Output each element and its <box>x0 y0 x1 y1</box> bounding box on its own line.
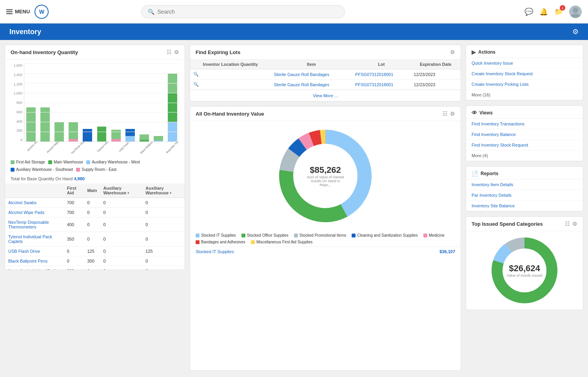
search-bar[interactable]: 🔍 <box>141 5 345 18</box>
view-more-button[interactable]: View More ... <box>190 90 461 101</box>
view-balance[interactable]: Find Inventory Balance <box>466 129 583 140</box>
chart-legend: First Aid Storage Main Warehouse Auxilia… <box>5 158 185 174</box>
chat-icon[interactable]: 💬 <box>524 7 533 16</box>
item-link[interactable]: Sterile Gauze Roll Bandages <box>271 69 352 80</box>
onhand-card-header: On-hand Inventory Quantity ☷ ⚙ <box>5 45 185 60</box>
donut-label: Sum of Value of Owned Goods On Hand in R… <box>306 175 345 187</box>
footer-amount: $36,107 <box>439 249 455 254</box>
top-spend-donut-area: $26,624 Value of Goods Issued <box>466 231 583 310</box>
action-more[interactable]: More (16) <box>466 90 583 100</box>
search-cell[interactable]: 🔍 <box>190 69 271 80</box>
inventory-table-wrapper: First Aid Main Auxiliary Warehouse • Aux… <box>5 183 185 270</box>
bell-icon[interactable]: 🔔 <box>539 7 548 16</box>
settings-icon2[interactable]: ⚙ <box>450 111 455 117</box>
reports-header: 📄 Reports <box>466 167 583 179</box>
main-content: On-hand Inventory Quantity ☷ ⚙ 1,6001,40… <box>0 40 588 375</box>
top-spend-donut-center: $26,624 Value of Goods Issued <box>507 263 542 277</box>
filter-icon3[interactable]: ☷ <box>565 221 570 227</box>
page-title: Inventory <box>9 28 41 36</box>
table-row: NexTemp Disposable Thermometers 400 0 0 … <box>5 218 185 232</box>
svg-point-1 <box>571 14 580 18</box>
onhand-card-actions[interactable]: ☷ ⚙ <box>167 49 179 55</box>
nav-icons: 💬 🔔 📁 1 <box>524 5 582 18</box>
top-spend-actions[interactable]: ☷ ⚙ <box>565 221 577 227</box>
top-spend-label: Value of Goods Issued <box>507 274 542 277</box>
col-first-aid: First Aid <box>64 183 84 198</box>
hamburger-icon <box>6 9 13 14</box>
bar-tylenol <box>67 63 80 141</box>
inbox-icon[interactable]: 📁 1 <box>554 7 563 16</box>
item-link[interactable]: Alcohol Wipe Pads <box>5 208 64 218</box>
col-main: Main <box>84 183 100 198</box>
expiring-table-row: 🔍 Sterile Gauze Roll Bandages PFSG073120… <box>190 69 461 80</box>
item-link[interactable]: Tylenol Individual Pack Caplets <box>5 232 64 246</box>
top-spend-title: Top Issued Spend Categories <box>472 221 543 227</box>
item-link[interactable]: Black Ballpoint Pens <box>5 256 64 266</box>
reports-card: 📄 Reports Inventory Item Details Par Inv… <box>466 166 583 212</box>
lot-link[interactable]: PFSG07312018001 <box>352 80 410 90</box>
bar-brochures <box>152 63 165 141</box>
svg-point-0 <box>573 7 578 13</box>
bar-gauze <box>138 63 151 141</box>
action-picking-lists[interactable]: Create Inventory Picking Lists <box>466 79 583 90</box>
bar-nextemp <box>53 63 66 141</box>
table-row: USB Flash Drive 0 125 0 125 <box>5 246 185 256</box>
search-icon: 🔍 <box>148 9 154 15</box>
exp-col-item: Item <box>271 60 352 69</box>
total-line: Total for Base Quantity On Hand 4,980 <box>5 174 185 183</box>
onhand-donut-area: $85,262 Sum of Value of Owned Goods On H… <box>190 121 461 231</box>
lot-link[interactable]: PFSG07312018001 <box>352 69 410 80</box>
avatar[interactable] <box>569 5 582 18</box>
menu-button[interactable]: MENU <box>6 9 30 14</box>
expiring-lots-title: Find Expiring Lots <box>196 49 240 55</box>
views-header: 👁 Views <box>466 106 583 119</box>
settings-icon3[interactable]: ⚙ <box>572 221 577 227</box>
page-settings-icon[interactable]: ⚙ <box>572 27 579 36</box>
bar-alcohol-swabs <box>24 63 38 141</box>
item-link[interactable]: USB Flash Drive <box>5 246 64 256</box>
col-aux-e: Auxiliary Warehouse • <box>142 183 185 198</box>
search-cell[interactable]: 🔍 <box>190 80 271 90</box>
bar-alcohol-wipes <box>38 63 52 141</box>
item-link[interactable]: Sterile Gauze Roll Bandages <box>271 80 352 90</box>
left-column: On-hand Inventory Quantity ☷ ⚙ 1,6001,40… <box>5 45 185 371</box>
bar-chart-container: 1,6001,4001,2001,0008006004002000 <box>5 60 185 158</box>
exp-col-loc: Inventor Location Quantity <box>190 60 271 69</box>
onhand-quantity-card: On-hand Inventory Quantity ☷ ⚙ 1,6001,40… <box>5 45 185 270</box>
middle-column: Find Expiring Lots ⚙ Inventor Location Q… <box>190 45 461 371</box>
action-quick-issue[interactable]: Quick Inventory Issue <box>466 58 583 69</box>
item-link[interactable]: Alcohol Swabs <box>5 198 64 208</box>
filter-icon2[interactable]: ☷ <box>443 111 448 117</box>
inventory-table: First Aid Main Auxiliary Warehouse • Aux… <box>5 183 185 270</box>
view-stock-request[interactable]: Find Inventory Stock Request <box>466 140 583 150</box>
search-input[interactable] <box>158 9 338 15</box>
report-item-details[interactable]: Inventory Item Details <box>466 179 583 190</box>
item-link[interactable]: Ibuprofen Individual Packs <box>5 266 64 270</box>
view-more[interactable]: More (4) <box>466 150 583 161</box>
bar-pens <box>95 63 108 141</box>
top-spend-card: Top Issued Spend Categories ☷ ⚙ $26,624 … <box>466 216 583 310</box>
item-link[interactable]: NexTemp Disposable Thermometers <box>5 218 64 232</box>
view-transactions[interactable]: Find Inventory Transactions <box>466 119 583 129</box>
donut-value: $85,262 <box>306 165 345 175</box>
report-par-details[interactable]: Par Inventory Details <box>466 190 583 201</box>
footer-category-link[interactable]: Stocked IT Supplies <box>196 249 234 254</box>
col-item <box>5 183 64 198</box>
inbox-badge: 1 <box>560 5 565 11</box>
report-site-balance[interactable]: Inventory Site Balance <box>466 201 583 211</box>
col-aux-w: Auxiliary Warehouse • <box>100 183 142 198</box>
donut-center: $85,262 Sum of Value of Owned Goods On H… <box>306 165 345 187</box>
action-stock-request[interactable]: Create Inventory Stock Request <box>466 69 583 79</box>
filter-icon[interactable]: ☷ <box>167 49 172 55</box>
expiring-lots-card: Find Expiring Lots ⚙ Inventor Location Q… <box>190 45 461 102</box>
expiring-lots-settings[interactable]: ⚙ <box>450 49 455 55</box>
onhand-value-actions[interactable]: ☷ ⚙ <box>443 111 455 117</box>
exp-col-date: Expiration Date <box>410 60 461 69</box>
actions-card: ▶ Actions Quick Inventory Issue Create I… <box>466 45 583 101</box>
onhand-value-legend: Stocked IT Supplies Stocked Office Suppl… <box>190 231 461 246</box>
actions-title: Actions <box>478 49 495 55</box>
settings-icon[interactable]: ⚙ <box>174 49 179 55</box>
table-row: Alcohol Wipe Pads 700 0 0 0 <box>5 208 185 218</box>
exp-col-lot: Lot <box>352 60 410 69</box>
bar-usb-hub <box>123 63 137 141</box>
